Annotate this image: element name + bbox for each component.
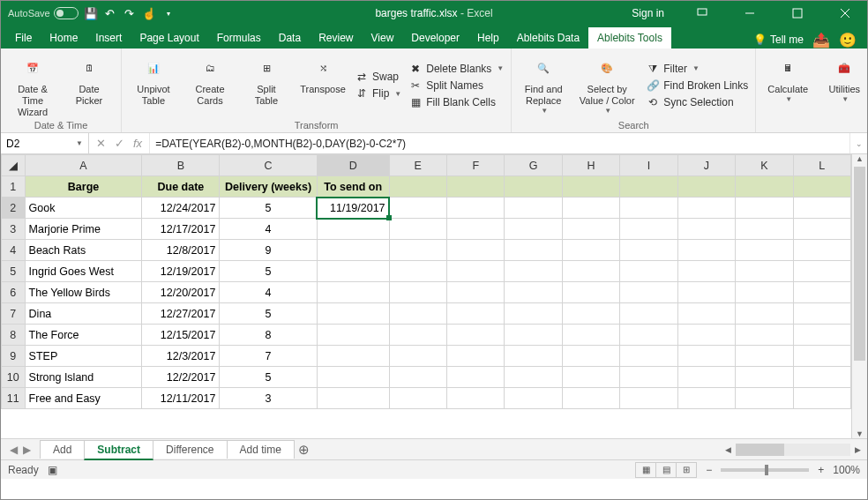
zoom-in-button[interactable]: + [818,464,824,476]
cell[interactable]: Free and Easy [25,388,142,409]
cell[interactable] [389,346,446,367]
col-header-E[interactable]: E [389,155,446,176]
cell[interactable] [446,282,504,303]
col-header-B[interactable]: B [142,155,220,176]
tab-ablebits-data[interactable]: Ablebits Data [508,27,588,49]
cell[interactable] [736,346,793,367]
sheet-tab-add-time[interactable]: Add time [227,440,295,459]
cell[interactable] [736,240,793,261]
sign-in-link[interactable]: Sign in [632,7,664,19]
cell[interactable] [677,346,735,367]
cell[interactable]: Due date [142,176,220,198]
cell[interactable] [505,240,562,261]
date-time-wizard-button[interactable]: 📅Date &Time Wizard [8,52,57,118]
cell[interactable] [793,219,850,240]
cell[interactable] [793,240,850,261]
scroll-thumb[interactable] [854,167,865,361]
tab-file[interactable]: File [6,27,41,49]
cell[interactable] [317,261,389,282]
cell[interactable]: 12/2/2017 [142,367,220,388]
cell[interactable] [620,219,677,240]
cell[interactable] [793,346,850,367]
autosave-toggle[interactable]: AutoSave [8,7,79,19]
cell[interactable] [317,325,389,346]
cell[interactable] [446,219,504,240]
row-header[interactable]: 4 [2,240,26,261]
page-break-view-button[interactable]: ⊞ [676,462,697,478]
sheet-nav-next-icon[interactable]: ▶ [23,444,31,456]
transpose-button[interactable]: ⤭Transpose [298,52,348,118]
new-sheet-button[interactable]: ⊕ [294,442,315,458]
cell[interactable] [317,346,389,367]
cell[interactable]: Marjorie Prime [25,219,142,240]
cell[interactable]: 5 [220,261,317,282]
tab-page-layout[interactable]: Page Layout [131,27,207,49]
cell[interactable] [620,198,677,219]
cell[interactable] [736,367,793,388]
cell[interactable]: Beach Rats [25,240,142,261]
hscroll-thumb[interactable] [736,444,784,456]
cell[interactable] [562,198,619,219]
cell[interactable] [562,367,619,388]
cell[interactable] [793,367,850,388]
find-replace-button[interactable]: 🔍Find andReplace▼ [519,52,568,118]
col-header-G[interactable]: G [505,155,562,176]
cell[interactable] [620,346,677,367]
unpivot-table-button[interactable]: 📊UnpivotTable [129,52,178,118]
cell[interactable] [505,303,562,325]
cell[interactable] [620,240,677,261]
cell[interactable]: 4 [220,219,317,240]
flip-button[interactable]: ⇵Flip▼ [355,86,401,101]
close-button[interactable] [825,1,865,26]
cell[interactable] [677,282,735,303]
cell[interactable] [620,261,677,282]
cell[interactable] [446,367,504,388]
sheet-tab-difference[interactable]: Difference [153,440,227,459]
col-header-A[interactable]: A [25,155,142,176]
redo-icon[interactable]: ↷ [123,6,137,20]
fx-icon[interactable]: fx [133,137,142,150]
tab-home[interactable]: Home [41,27,86,49]
cell[interactable]: 8 [220,325,317,346]
accept-formula-icon[interactable]: ✓ [115,137,124,150]
col-header-H[interactable]: H [562,155,619,176]
row-header[interactable]: 6 [2,282,26,303]
cancel-formula-icon[interactable]: ✕ [96,137,106,150]
cell[interactable]: 5 [220,198,317,219]
tab-insert[interactable]: Insert [86,27,131,49]
cell[interactable] [620,325,677,346]
filter-button[interactable]: ⧩Filter▼ [646,62,748,76]
cell[interactable] [389,240,446,261]
cell[interactable] [505,261,562,282]
cell[interactable] [505,388,562,409]
cell[interactable] [677,219,735,240]
scroll-down-icon[interactable]: ▼ [852,429,867,438]
cell[interactable] [562,282,619,303]
cell[interactable]: 12/24/2017 [142,198,220,219]
cell[interactable] [677,325,735,346]
cell[interactable] [389,261,446,282]
scroll-up-icon[interactable]: ▲ [852,154,867,163]
cell[interactable] [677,303,735,325]
calculate-button[interactable]: 🖩Calculate▼ [763,52,812,118]
cell[interactable]: The Force [25,325,142,346]
cell[interactable] [620,282,677,303]
create-cards-button[interactable]: 🗂CreateCards [185,52,235,118]
cell[interactable] [505,325,562,346]
cell[interactable] [317,388,389,409]
cell[interactable] [793,303,850,325]
cell[interactable] [389,367,446,388]
cell[interactable] [736,325,793,346]
select-by-value-color-button[interactable]: 🎨Select byValue / Color▼ [575,52,639,118]
touch-mode-icon[interactable]: ☝ [142,6,156,20]
row-header[interactable]: 11 [2,388,26,409]
col-header-F[interactable]: F [446,155,504,176]
cell[interactable] [317,219,389,240]
cell[interactable]: 3 [220,388,317,409]
ribbon-options-button[interactable] [682,1,722,26]
cell[interactable] [793,198,850,219]
cell[interactable] [505,367,562,388]
row-header[interactable]: 8 [2,325,26,346]
cell[interactable]: 12/19/2017 [142,261,220,282]
scroll-left-icon[interactable]: ◀ [722,445,734,454]
